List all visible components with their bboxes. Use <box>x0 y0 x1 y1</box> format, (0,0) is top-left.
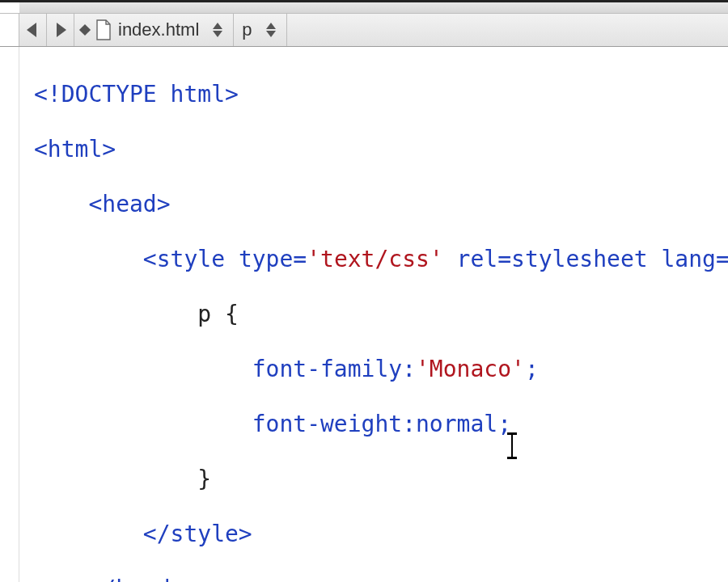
file-name-label: index.html <box>118 19 199 40</box>
code-token: <head> <box>88 191 170 217</box>
diamond-icon <box>79 24 91 36</box>
code-token: lang= <box>648 246 728 272</box>
nav-forward-button[interactable] <box>47 14 74 46</box>
code-token: <html> <box>34 136 116 162</box>
path-bar: index.html p <box>0 13 728 47</box>
code-token: </style> <box>143 521 252 547</box>
element-context-label: p <box>242 19 252 40</box>
chevron-up-icon <box>213 23 222 29</box>
document-icon <box>95 19 112 40</box>
element-segment-dropdown[interactable] <box>264 14 278 46</box>
code-token: <style <box>143 246 239 272</box>
gutter <box>0 47 19 582</box>
code-token: font-weight: <box>252 411 416 437</box>
code-token: normal <box>416 411 497 437</box>
code-token: font-family: <box>252 356 416 382</box>
code-token: <!DOCTYPE html> <box>34 81 239 108</box>
code-token: p { <box>197 301 239 327</box>
source-code[interactable]: <!DOCTYPE html> <html> <head> <style typ… <box>19 47 728 582</box>
code-token: </head> <box>88 576 184 582</box>
triangle-left-icon <box>27 23 39 37</box>
code-editor[interactable]: <!DOCTYPE html> <html> <head> <style typ… <box>0 47 728 582</box>
code-token: ; <box>525 356 539 382</box>
code-token: rel= <box>443 246 511 272</box>
chevron-down-icon <box>213 31 222 37</box>
toolbar-top-fragment <box>0 0 728 13</box>
code-token: 'text/css' <box>307 246 443 272</box>
chevron-up-icon <box>266 23 276 29</box>
nav-back-button[interactable] <box>19 14 47 46</box>
svg-marker-1 <box>57 23 66 37</box>
code-token: 'Monaco' <box>416 356 525 382</box>
triangle-right-icon <box>54 23 66 37</box>
file-segment-dropdown[interactable] <box>210 14 225 46</box>
svg-marker-0 <box>27 23 36 37</box>
code-token: type= <box>239 246 307 272</box>
element-segment[interactable]: p <box>234 14 286 46</box>
file-segment[interactable]: index.html <box>74 14 234 46</box>
code-token: stylesheet <box>511 246 648 272</box>
code-token: } <box>197 466 211 492</box>
chevron-down-icon <box>266 31 276 37</box>
